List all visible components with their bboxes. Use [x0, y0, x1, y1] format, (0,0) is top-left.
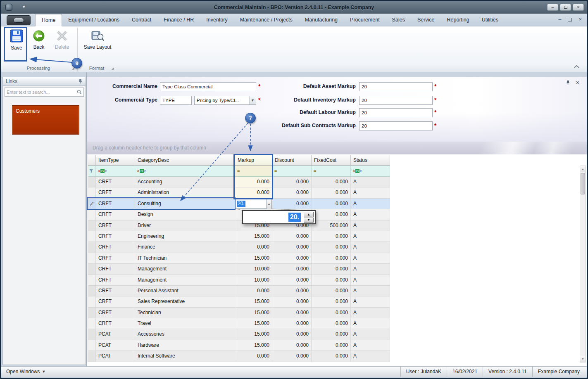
- grid-cell[interactable]: 0.000: [272, 187, 312, 198]
- grid-cell[interactable]: CRFT: [96, 296, 135, 307]
- grid-cell[interactable]: Administration: [135, 187, 235, 198]
- row-indicator[interactable]: [88, 177, 96, 187]
- tab-procurement[interactable]: Procurement: [344, 14, 386, 26]
- grid-cell[interactable]: 0.000: [272, 275, 312, 286]
- scroll-down-button[interactable]: ▼: [580, 356, 586, 362]
- format-dialog-launcher-icon[interactable]: ◢: [112, 67, 114, 70]
- scroll-up-button[interactable]: ▲: [580, 166, 586, 172]
- row-indicator[interactable]: [88, 296, 96, 307]
- grid-cell[interactable]: 15.000: [235, 308, 272, 318]
- grid-cell[interactable]: Internal Software: [135, 351, 235, 362]
- grid-cell[interactable]: 10.000: [235, 275, 272, 286]
- table-row[interactable]: CRFTTechnician15.0000.0000.000A: [88, 308, 390, 318]
- grid-cell[interactable]: CRFT: [96, 231, 135, 242]
- column-header-categorydesc[interactable]: CategoryDesc: [135, 155, 235, 166]
- grid-cell[interactable]: A: [351, 199, 390, 209]
- save-layout-button[interactable]: Save Layout: [81, 30, 114, 50]
- default-labour-markup-input[interactable]: [359, 108, 433, 117]
- grid-cell[interactable]: 0.000: [312, 351, 351, 362]
- filter-fixedcost[interactable]: =: [312, 166, 351, 177]
- grid-cell[interactable]: A: [351, 351, 390, 362]
- grid-cell[interactable]: 0.000: [235, 242, 272, 253]
- form-close-icon[interactable]: ×: [576, 79, 579, 86]
- app-menu-button[interactable]: [7, 15, 31, 25]
- tab-reporting[interactable]: Reporting: [441, 14, 476, 26]
- grid-cell[interactable]: CRFT: [96, 275, 135, 286]
- column-header-fixedcost[interactable]: FixedCost: [312, 155, 351, 166]
- table-row[interactable]: CRFTTravel15.0000.0000.000A: [88, 318, 390, 329]
- tab-home[interactable]: Home: [35, 14, 62, 26]
- grid-cell[interactable]: 0.000: [235, 286, 272, 296]
- row-indicator[interactable]: [88, 351, 96, 362]
- grid-cell[interactable]: 0.000: [272, 199, 312, 209]
- grid-cell[interactable]: 0.000: [312, 308, 351, 318]
- filter-categorydesc[interactable]: aBc: [135, 166, 235, 177]
- grid-cell[interactable]: Management: [135, 275, 235, 286]
- filter-itemtype[interactable]: aBc: [96, 166, 135, 177]
- row-indicator[interactable]: [88, 199, 96, 209]
- grid-cell[interactable]: 15.000: [235, 340, 272, 351]
- form-pin-icon[interactable]: [566, 80, 570, 85]
- row-indicator[interactable]: [88, 231, 96, 242]
- grid-cell[interactable]: A: [351, 296, 390, 307]
- tab-manufacturing[interactable]: Manufacturing: [299, 14, 344, 26]
- spinner-up-button[interactable]: ▲: [267, 199, 271, 209]
- table-row[interactable]: CRFTIT Technician15.0000.0000.000A: [88, 253, 390, 264]
- grid-cell[interactable]: 0.000: [312, 199, 351, 209]
- grid-cell[interactable]: Design: [135, 209, 235, 220]
- grid-cell[interactable]: PCAT: [96, 329, 135, 340]
- grid-cell[interactable]: Travel: [135, 318, 235, 329]
- default-sub-contracts-markup-input[interactable]: [359, 121, 433, 130]
- tab-equipment-locations[interactable]: Equipment / Locations: [62, 14, 126, 26]
- grid-cell[interactable]: CRFT: [96, 177, 135, 187]
- grid-cell[interactable]: 0.000: [235, 177, 272, 187]
- grid-cell[interactable]: A: [351, 242, 390, 253]
- table-row[interactable]: CRFTAccounting0.0000.0000.000A: [88, 177, 390, 187]
- ribbon-close-icon[interactable]: ×: [578, 16, 582, 22]
- grid-cell[interactable]: 0.000: [312, 286, 351, 296]
- grid-cell[interactable]: PCAT: [96, 340, 135, 351]
- grid-cell[interactable]: Hardware: [135, 340, 235, 351]
- grid-cell[interactable]: 20.▲▼: [235, 199, 272, 209]
- grid-cell[interactable]: A: [351, 340, 390, 351]
- grid-cell[interactable]: A: [351, 308, 390, 318]
- grid-cell[interactable]: A: [351, 329, 390, 340]
- tab-finance-hr[interactable]: Finance / HR: [157, 14, 200, 26]
- grid-cell[interactable]: A: [351, 209, 390, 220]
- grid-cell[interactable]: CRFT: [96, 286, 135, 296]
- tab-maintenance-projects[interactable]: Maintenance / Projects: [234, 14, 299, 26]
- table-row[interactable]: CRFTDriver15.0000.000500.000A: [88, 220, 390, 231]
- close-button[interactable]: ×: [573, 4, 584, 11]
- grid-cell[interactable]: Personal Assistant: [135, 286, 235, 296]
- table-row[interactable]: PCATInternal Software0.0000.0000.000A: [88, 351, 390, 362]
- restore-button[interactable]: [560, 4, 571, 11]
- group-by-bar[interactable]: Drag a column header here to group by th…: [87, 142, 587, 154]
- popup-spinner-up-button[interactable]: ▲: [304, 212, 314, 217]
- column-header-status[interactable]: Status: [351, 155, 390, 166]
- grid-cell[interactable]: 15.000: [235, 231, 272, 242]
- grid-cell[interactable]: A: [351, 220, 390, 231]
- row-indicator[interactable]: [88, 209, 96, 220]
- grid-cell[interactable]: 0.000: [312, 253, 351, 264]
- ribbon-minimize-icon[interactable]: –: [558, 16, 561, 22]
- grid-cell[interactable]: Driver: [135, 220, 235, 231]
- grid-cell[interactable]: 0.000: [272, 318, 312, 329]
- filter-markup[interactable]: =: [235, 166, 272, 177]
- grid-cell[interactable]: 0.000: [272, 253, 312, 264]
- row-indicator[interactable]: [88, 329, 96, 340]
- grid-cell[interactable]: 0.000: [312, 296, 351, 307]
- tab-utilities[interactable]: Utilities: [476, 14, 505, 26]
- grid-cell[interactable]: 0.000: [312, 329, 351, 340]
- grid-cell[interactable]: 0.000: [312, 231, 351, 242]
- grid-cell[interactable]: Management: [135, 264, 235, 275]
- column-header-itemtype[interactable]: ItemType: [96, 155, 135, 166]
- grid-cell[interactable]: CRFT: [96, 242, 135, 253]
- table-row[interactable]: CRFTManagement10.0000.0000.000A: [88, 275, 390, 286]
- sidebar-item-customers[interactable]: Customers: [12, 105, 79, 135]
- grid-cell[interactable]: 0.000: [312, 187, 351, 198]
- grid-cell[interactable]: 15.000: [235, 253, 272, 264]
- table-row[interactable]: PCATHardware15.0000.0000.000A: [88, 340, 390, 351]
- grid-cell[interactable]: A: [351, 318, 390, 329]
- filter-status[interactable]: aBc: [351, 166, 390, 177]
- grid-cell[interactable]: 0.000: [272, 308, 312, 318]
